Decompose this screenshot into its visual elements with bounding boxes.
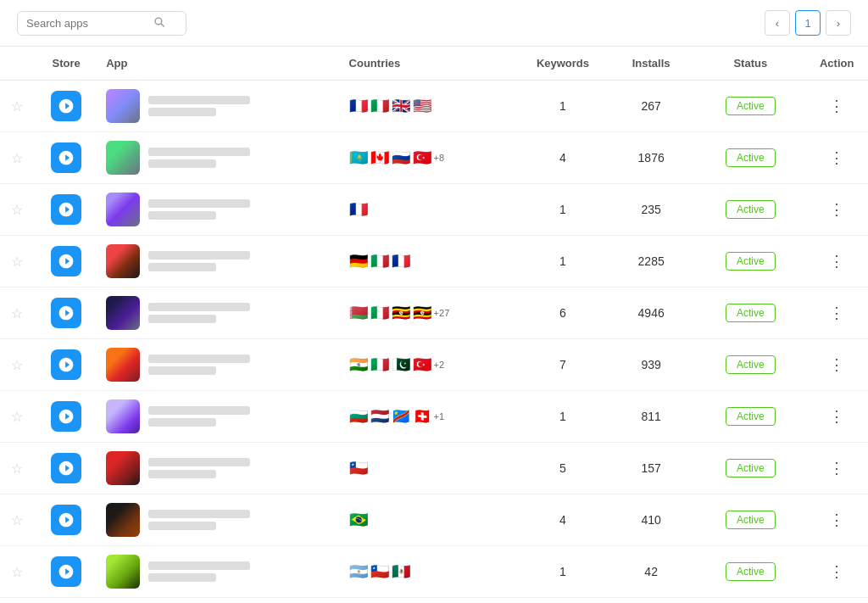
app-info	[106, 451, 335, 485]
flag-icon: 🇨🇱	[349, 461, 368, 476]
app-thumbnail	[106, 193, 140, 226]
app-sub-bar	[148, 573, 216, 582]
flag-icon: 🇨🇱	[370, 564, 389, 579]
action-menu-button[interactable]: ⋮	[826, 304, 848, 322]
status-badge: Active	[726, 511, 776, 529]
app-info	[106, 399, 335, 433]
pagination: ‹ 1 ›	[765, 10, 851, 36]
action-menu-button[interactable]: ⋮	[826, 252, 848, 271]
favorite-star[interactable]: ☆	[11, 461, 23, 476]
status-badge: Active	[726, 562, 776, 581]
app-thumbnail	[106, 451, 140, 485]
table-row: ☆ 🇫🇷1235Active⋮	[0, 184, 868, 236]
app-info	[106, 141, 335, 175]
favorite-star[interactable]: ☆	[11, 410, 23, 424]
favorite-star[interactable]: ☆	[11, 565, 23, 579]
flag-icon: 🇮🇹	[370, 357, 389, 372]
header-star	[0, 47, 33, 81]
flag-icon: 🇵🇰	[392, 357, 410, 372]
flag-icon: 🇨🇦	[370, 150, 389, 165]
flags-list: 🇧🇷	[349, 512, 512, 528]
action-menu-button[interactable]: ⋮	[826, 97, 848, 115]
table-row: ☆ 🇮🇳🇮🇹🇵🇰🇹🇷+27939Active⋮	[0, 339, 868, 391]
keywords-count: 1	[519, 184, 607, 236]
table-row: ☆ 🇫🇷🇮🇹🇬🇧🇺🇸1267Active⋮	[0, 81, 868, 132]
flag-icon: 🇨🇩	[392, 409, 410, 424]
app-sub-bar	[148, 366, 216, 375]
header-countries: Countries	[342, 47, 519, 81]
favorite-star[interactable]: ☆	[11, 358, 23, 372]
header-store: Store	[33, 47, 99, 81]
action-menu-button[interactable]: ⋮	[826, 459, 848, 477]
favorite-star[interactable]: ☆	[11, 99, 23, 114]
flags-list: 🇦🇷🇨🇱🇲🇽	[349, 564, 512, 579]
search-input[interactable]	[26, 17, 153, 30]
favorite-star[interactable]: ☆	[11, 151, 23, 165]
keywords-count: 1	[519, 391, 607, 443]
keywords-count: 1	[519, 598, 607, 604]
plus-countries-badge: +1	[434, 411, 445, 422]
flag-icon: 🇧🇬	[349, 409, 368, 424]
app-store-icon	[51, 349, 81, 380]
flags-list: 🇨🇱	[349, 461, 512, 476]
app-thumbnail	[106, 348, 140, 382]
app-sub-bar	[148, 315, 216, 323]
prev-page-button[interactable]: ‹	[765, 10, 790, 36]
installs-count: 2285	[607, 236, 695, 288]
action-menu-button[interactable]: ⋮	[826, 148, 848, 167]
favorite-star[interactable]: ☆	[11, 306, 23, 321]
app-info	[106, 193, 335, 226]
flag-icon: 🇷🇺	[392, 150, 410, 165]
app-name-bar	[148, 561, 250, 570]
installs-count: 4946	[607, 288, 695, 339]
app-store-icon	[51, 505, 81, 535]
table-row: ☆ 🇧🇬🇳🇱🇨🇩🇨🇭+11811Active⋮	[0, 391, 868, 443]
current-page-button[interactable]: 1	[795, 10, 821, 36]
action-menu-button[interactable]: ⋮	[826, 562, 848, 581]
favorite-star[interactable]: ☆	[11, 254, 23, 269]
flag-icon: 🇲🇽	[392, 564, 410, 579]
action-menu-button[interactable]: ⋮	[826, 200, 848, 219]
keywords-count: 5	[519, 443, 607, 494]
action-menu-button[interactable]: ⋮	[826, 355, 848, 374]
installs-count: 939	[607, 339, 695, 391]
installs-count: 11	[607, 598, 695, 604]
app-thumbnail	[106, 399, 140, 433]
app-thumbnail	[106, 89, 140, 123]
installs-count: 1876	[607, 132, 695, 184]
flags-list: 🇫🇷🇮🇹🇬🇧🇺🇸	[349, 98, 512, 114]
keywords-count: 6	[519, 288, 607, 339]
status-badge: Active	[726, 355, 776, 374]
status-badge: Active	[726, 252, 776, 271]
flag-icon: 🇫🇷	[349, 202, 368, 217]
favorite-star[interactable]: ☆	[11, 203, 23, 217]
flag-icon: 🇰🇿	[349, 150, 368, 165]
status-badge: Active	[726, 97, 776, 115]
top-bar: ‹ 1 ›	[0, 0, 868, 47]
table-row: ☆ 🇧🇾🇮🇹🇺🇬🇺🇬+2764946Active⋮	[0, 288, 868, 339]
keywords-count: 7	[519, 339, 607, 391]
flag-icon: 🇹🇷	[413, 150, 431, 165]
plus-countries-badge: +8	[434, 153, 445, 163]
app-sub-bar	[148, 211, 216, 220]
favorite-star[interactable]: ☆	[11, 513, 23, 528]
svg-point-0	[155, 18, 162, 25]
flags-list: 🇮🇳🇮🇹🇵🇰🇹🇷+2	[349, 357, 512, 372]
table-row: ☆ 🇰🇿🇨🇦🇷🇺🇹🇷+841876Active⋮	[0, 132, 868, 184]
app-info	[106, 503, 335, 537]
app-info	[106, 348, 335, 382]
header-status: Status	[695, 47, 805, 81]
app-store-icon	[51, 453, 81, 483]
search-button[interactable]	[153, 16, 165, 31]
app-info	[106, 555, 335, 589]
action-menu-button[interactable]: ⋮	[826, 407, 848, 426]
flag-icon: 🇦🇷	[349, 564, 368, 579]
next-page-button[interactable]: ›	[826, 10, 851, 36]
table-row: ☆ 🇩🇪🇮🇹🇫🇷12285Active⋮	[0, 236, 868, 288]
search-box	[17, 11, 186, 36]
app-sub-bar	[148, 263, 216, 271]
installs-count: 42	[607, 546, 695, 598]
action-menu-button[interactable]: ⋮	[826, 511, 848, 529]
flags-list: 🇧🇬🇳🇱🇨🇩🇨🇭+1	[349, 409, 512, 424]
app-store-icon	[51, 194, 81, 225]
